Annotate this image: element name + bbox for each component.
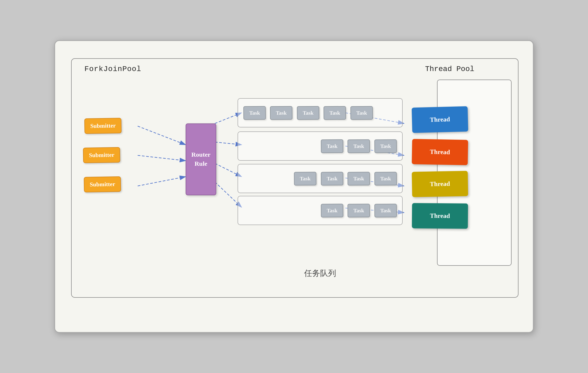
task: Task: [321, 139, 344, 153]
queue-row-2: Task Task Task: [238, 131, 403, 161]
task: Task: [350, 106, 373, 120]
queue-row-3: Task Task Task Task: [238, 164, 403, 193]
queue-label: 任务队列: [238, 268, 403, 279]
whiteboard: ForkJoinPool Thread Pool: [54, 40, 534, 333]
forkjoinpool-label: ForkJoinPool: [84, 65, 141, 73]
thread-2: Thread: [412, 139, 468, 165]
submitter-3: Submitter: [84, 176, 121, 192]
submitter-2: Submitter: [83, 147, 120, 163]
thread-4: Thread: [412, 203, 468, 229]
queue-row-1: Task Task Task Task Task: [238, 98, 403, 127]
task: Task: [294, 172, 317, 185]
task: Task: [324, 106, 346, 120]
queue-row-4: Task Task Task: [238, 196, 403, 225]
submitter-1: Submitter: [84, 118, 122, 134]
task: Task: [270, 106, 293, 120]
task: Task: [348, 204, 370, 217]
task: Task: [348, 172, 370, 185]
task: Task: [374, 204, 397, 217]
thread-3: Thread: [412, 171, 468, 197]
task: Task: [321, 204, 344, 217]
router-rule: Router Rule: [186, 123, 216, 195]
task: Task: [348, 139, 370, 153]
task: Task: [243, 106, 266, 120]
task: Task: [321, 172, 344, 185]
thread-1: Thread: [412, 106, 468, 133]
threadpool-label: Thread Pool: [425, 65, 474, 73]
task: Task: [297, 106, 320, 120]
task: Task: [374, 172, 397, 185]
task: Task: [374, 139, 397, 153]
